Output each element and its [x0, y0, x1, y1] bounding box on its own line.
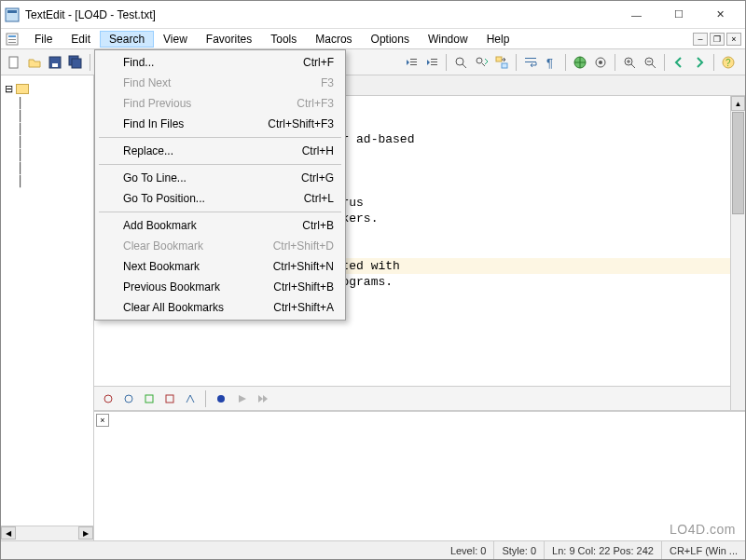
menu-options[interactable]: Options [362, 31, 419, 48]
save-icon[interactable] [46, 53, 64, 72]
menubar: FileEditSearchViewFavoritesToolsMacrosOp… [1, 29, 745, 49]
window-title: TextEdit - [LO4D - Test.txt] [25, 8, 615, 21]
record-icon[interactable] [213, 390, 229, 407]
window-controls: — ☐ ✕ [615, 2, 741, 28]
sidebar-hscrollbar[interactable]: ◀ ▶ [1, 526, 93, 540]
scroll-thumb[interactable] [732, 112, 744, 214]
menu-file[interactable]: File [25, 31, 62, 48]
svg-rect-23 [431, 61, 437, 62]
nav-forward-icon[interactable] [690, 53, 709, 72]
search-menu-dropdown: Find...Ctrl+FFind NextF3Find PreviousCtr… [94, 49, 346, 321]
mdi-close-button[interactable]: × [726, 33, 741, 46]
svg-rect-42 [166, 395, 173, 403]
svg-rect-24 [431, 64, 437, 65]
foot-icon[interactable] [141, 390, 158, 407]
menu-item-add-bookmark[interactable]: Add BookmarkCtrl+B [97, 215, 343, 236]
indent-icon[interactable] [422, 53, 441, 72]
svg-rect-3 [8, 35, 16, 37]
menu-item-find-in-files[interactable]: Find In FilesCtrl+Shift+F3 [97, 114, 343, 134]
svg-rect-4 [8, 39, 16, 40]
titlebar: TextEdit - [LO4D - Test.txt] — ☐ ✕ [1, 1, 745, 29]
zoom-out-icon[interactable] [641, 53, 659, 72]
svg-rect-28 [502, 63, 507, 68]
close-pane-button[interactable]: × [96, 414, 109, 427]
foot-icon[interactable] [161, 390, 178, 407]
mdi-controls: – ❐ × [693, 33, 741, 46]
open-file-icon[interactable] [25, 53, 44, 72]
svg-point-34 [599, 61, 602, 64]
menu-item-go-to-position[interactable]: Go To Position...Ctrl+L [97, 188, 343, 209]
minimize-button[interactable]: — [615, 2, 657, 28]
svg-rect-29 [525, 58, 536, 59]
menu-item-replace[interactable]: Replace...Ctrl+H [97, 141, 343, 161]
svg-rect-41 [145, 395, 153, 403]
menu-favorites[interactable]: Favorites [197, 31, 261, 48]
show-symbols-icon[interactable]: ¶ [542, 53, 560, 72]
svg-point-39 [104, 395, 112, 403]
find-icon[interactable] [451, 53, 470, 72]
replace-icon[interactable] [492, 53, 511, 72]
foot-icon[interactable] [100, 390, 117, 407]
folder-tree[interactable]: ⊟ │ │ │ │ │ │ │ [1, 75, 93, 194]
status-position: Ln: 9 Col: 22 Pos: 242 [545, 541, 662, 559]
mdi-restore-button[interactable]: ❐ [710, 33, 725, 46]
menu-help[interactable]: Help [477, 31, 519, 48]
scroll-right-icon[interactable]: ▶ [78, 526, 93, 540]
zoom-in-icon[interactable] [620, 53, 639, 72]
status-style: Style: 0 [494, 541, 545, 559]
menu-item-previous-bookmark[interactable]: Previous BookmarkCtrl+Shift+B [97, 277, 343, 297]
menu-item-clear-bookmark: Clear BookmarkCtrl+Shift+D [97, 236, 343, 256]
foot-icon[interactable] [182, 390, 199, 407]
svg-rect-22 [431, 59, 437, 60]
sidebar: ⊟ │ │ │ │ │ │ │ ◀ ▶ [1, 75, 94, 540]
svg-point-25 [456, 58, 463, 65]
menu-tools[interactable]: Tools [261, 31, 306, 48]
foot-icon[interactable] [120, 390, 137, 407]
play-icon[interactable] [233, 390, 250, 407]
menu-item-find[interactable]: Find...Ctrl+F [97, 52, 343, 73]
svg-rect-6 [9, 57, 18, 68]
svg-text:?: ? [725, 58, 731, 68]
wordwrap-icon[interactable] [521, 53, 540, 72]
new-file-icon[interactable] [5, 53, 23, 72]
close-button[interactable]: ✕ [699, 2, 741, 28]
menu-window[interactable]: Window [419, 31, 477, 48]
svg-rect-5 [8, 42, 16, 43]
statusbar: Level: 0 Style: 0 Ln: 9 Col: 22 Pos: 242… [1, 540, 745, 559]
mdi-minimize-button[interactable]: – [693, 33, 708, 46]
menu-edit[interactable]: Edit [62, 31, 100, 48]
svg-rect-1 [7, 10, 17, 13]
menu-item-go-to-line[interactable]: Go To Line...Ctrl+G [97, 168, 343, 188]
help-icon[interactable]: ? [719, 53, 738, 72]
svg-rect-21 [410, 64, 417, 65]
svg-point-43 [217, 395, 225, 403]
find-next-icon[interactable] [472, 53, 490, 72]
scroll-up-icon[interactable]: ▲ [731, 96, 745, 111]
menu-search[interactable]: Search [100, 31, 154, 48]
fast-forward-icon[interactable] [254, 390, 270, 407]
menu-view[interactable]: View [154, 31, 197, 48]
status-lineend: CR+LF (Win ... [662, 541, 745, 559]
svg-point-26 [477, 58, 482, 63]
tools-icon[interactable] [591, 53, 610, 72]
svg-text:¶: ¶ [546, 56, 553, 70]
menu-item-clear-all-bookmarks[interactable]: Clear All BookmarksCtrl+Shift+A [97, 297, 343, 318]
scroll-left-icon[interactable]: ◀ [1, 526, 16, 540]
maximize-button[interactable]: ☐ [657, 2, 699, 28]
svg-rect-20 [410, 61, 417, 62]
save-all-icon[interactable] [66, 53, 85, 72]
folder-icon [16, 84, 29, 94]
outdent-icon[interactable] [402, 53, 421, 72]
menu-macros[interactable]: Macros [306, 31, 361, 48]
menu-item-find-next: Find NextF3 [97, 73, 343, 93]
menubar-logo-icon [5, 32, 20, 47]
menu-item-next-bookmark[interactable]: Next BookmarkCtrl+Shift+N [97, 256, 343, 277]
svg-point-40 [125, 395, 132, 403]
watermark: LO4D.com [670, 522, 736, 537]
nav-back-icon[interactable] [670, 53, 688, 72]
web-icon[interactable] [571, 53, 589, 72]
editor-footbar [94, 386, 745, 410]
svg-rect-19 [410, 59, 417, 60]
svg-rect-27 [496, 57, 502, 61]
status-level: Level: 0 [443, 541, 495, 559]
